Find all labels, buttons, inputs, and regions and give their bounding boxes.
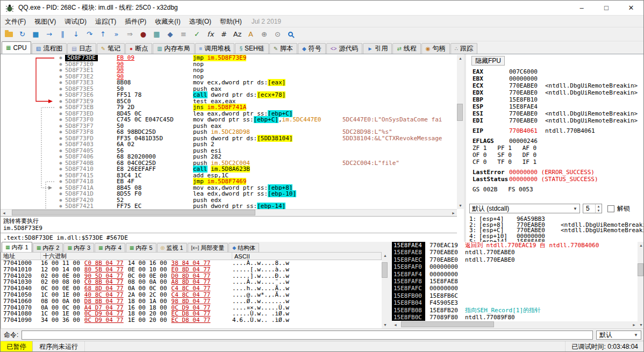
- comment-button[interactable]: ≡: [177, 28, 190, 40]
- disasm-vertical-scrollbar[interactable]: ▲ ▼: [457, 55, 464, 209]
- register-row[interactable]: EBP15E8FB10: [473, 96, 643, 103]
- maximize-button[interactable]: □: [594, 1, 619, 15]
- tab-locals[interactable]: [x=]局部变量: [188, 243, 228, 252]
- dump-header-hex[interactable]: 十六进制: [41, 253, 232, 260]
- tab-symbols[interactable]: ◆符号: [298, 43, 326, 54]
- register-row[interactable]: EBX00000000: [473, 75, 643, 82]
- tab-memory-3[interactable]: ▦内存 3: [63, 243, 94, 252]
- dump-row[interactable]: 770410501C 00 1E 0040 8C 04 772A 00 2C 0…: [1, 292, 382, 298]
- stack-vertical-scrollbar[interactable]: ▲ ▼: [638, 242, 644, 328]
- stack-row[interactable]: 15E8FAF815E8FAE8: [392, 278, 638, 285]
- register-row[interactable]: EAX007C6000: [473, 68, 643, 75]
- scroll-thumb[interactable]: [401, 321, 493, 327]
- unlock-checkbox[interactable]: [607, 205, 614, 212]
- dump-row[interactable]: 7704109034 00 36 000C D9 04 771E 00 20 0…: [1, 317, 382, 324]
- close-button[interactable]: ✕: [619, 1, 643, 15]
- tab-threads[interactable]: ⇄线程: [392, 43, 420, 54]
- tab-struct[interactable]: ◆结构体: [228, 243, 259, 252]
- menu-item[interactable]: 选项(O): [185, 16, 216, 27]
- command-syntax-select[interactable]: 默认 ▼: [596, 331, 641, 340]
- menu-item[interactable]: 帮助(H): [216, 16, 246, 27]
- skip-button[interactable]: »: [110, 28, 123, 40]
- scroll-thumb[interactable]: [12, 210, 255, 215]
- tab-breakpoints[interactable]: ●断点: [125, 43, 152, 54]
- disasm-row[interactable]: ●5D8F7421FF75 ECpush dword ptr ss:[ebp-1…: [56, 203, 457, 209]
- scroll-down-arrow-icon[interactable]: ▼: [457, 202, 464, 209]
- stack-horizontal-scrollbar[interactable]: ◄ ►: [392, 321, 638, 328]
- scroll-track[interactable]: [382, 259, 389, 321]
- scroll-down-arrow-icon[interactable]: ▼: [382, 321, 389, 328]
- az-button[interactable]: Az: [231, 28, 244, 40]
- label-button[interactable]: ✓: [190, 28, 204, 40]
- memory-map-button[interactable]: ▦: [150, 28, 163, 40]
- stack-row[interactable]: 15E8FB0C77089F80ntdll.77089F80: [392, 314, 638, 321]
- command-input[interactable]: [22, 331, 593, 340]
- tab-references[interactable]: ►引用: [363, 43, 392, 54]
- step-out-button[interactable]: ↑: [96, 28, 110, 40]
- register-row[interactable]: LastError00000000 (ERROR_SUCCESS): [473, 169, 643, 176]
- scroll-up-arrow-icon[interactable]: ▲: [638, 242, 644, 249]
- stop-button[interactable]: ■: [29, 28, 42, 40]
- scroll-up-arrow-icon[interactable]: ▲: [457, 55, 464, 62]
- stack-row[interactable]: 15E8FAE4770EAC19返回到 ntdll.770EAC19 自 ntd…: [392, 242, 638, 249]
- menu-item[interactable]: 视图(V): [30, 16, 60, 27]
- tab-script[interactable]: ✎脚本: [269, 43, 297, 54]
- step-into-button[interactable]: ↓: [69, 28, 83, 40]
- scroll-track[interactable]: [399, 321, 631, 328]
- stack-row[interactable]: 15E8FAEC770EABE0ntdll.770EABE0: [392, 256, 638, 263]
- tab-memory-4[interactable]: ▦内存 4: [95, 243, 125, 252]
- tab-memory-1[interactable]: ▦内存 1: [2, 242, 32, 252]
- tab-log[interactable]: ▤日志: [67, 43, 96, 54]
- favorites-button[interactable]: ⊙: [271, 28, 284, 40]
- disasm-horizontal-scrollbar[interactable]: ◄ ►: [1, 209, 457, 216]
- highlight-button[interactable]: A: [244, 28, 257, 40]
- tab-handles[interactable]: ◉句柄: [421, 43, 450, 54]
- register-row[interactable]: ZF 1 PF 1 AF 0: [473, 145, 643, 152]
- tab-cpu[interactable]: ▦CPU: [2, 41, 31, 54]
- argument-count-stepper[interactable]: 5 ▲▼: [583, 204, 602, 213]
- scroll-up-arrow-icon[interactable]: ▲: [382, 252, 389, 259]
- stack-row[interactable]: 15E8FB04F45905E3: [392, 299, 638, 306]
- dump-row[interactable]: 7704106008 00 0A 00D8 8B 04 7718 00 1A 0…: [1, 298, 382, 305]
- register-row[interactable]: EFLAGS00000246: [473, 138, 643, 145]
- stepper-up-icon[interactable]: ▲: [596, 204, 602, 209]
- search-button[interactable]: [284, 28, 298, 40]
- tab-source[interactable]: <>源代码: [326, 43, 363, 54]
- menu-item[interactable]: 收藏夹(I): [151, 16, 184, 27]
- stack-row[interactable]: 15E8FAFC00000000: [392, 285, 638, 292]
- scroll-left-arrow-icon[interactable]: ◄: [392, 321, 399, 328]
- tab-watch-1[interactable]: ◎监视 1: [157, 243, 187, 252]
- register-row[interactable]: EDI770EABE0<ntdll.DbgUiRemoteBreakin>: [473, 117, 643, 124]
- open-file-button[interactable]: [2, 28, 16, 40]
- dump-header-address[interactable]: 地址: [1, 253, 41, 260]
- calling-convention-select[interactable]: 默认 (stdcall) ▼: [469, 204, 580, 213]
- dump-vertical-scrollbar[interactable]: ▲ ▼: [382, 252, 389, 328]
- stack-row[interactable]: 15E8FB0015E8FB6C: [392, 292, 638, 299]
- register-row[interactable]: CF 0 TF 0 IF 1: [473, 159, 643, 166]
- dump-row[interactable]: 7704101012 00 14 0080 5B 04 770E 00 10 0…: [1, 267, 382, 273]
- step-over-button[interactable]: ↷: [83, 28, 96, 40]
- animate-button[interactable]: ⇒: [123, 28, 137, 40]
- tab-memory-2[interactable]: ▦内存 2: [33, 243, 63, 252]
- hide-fpu-button[interactable]: 隐藏FPU: [471, 56, 505, 66]
- stepper-arrows[interactable]: ▲▼: [595, 204, 602, 213]
- scroll-track[interactable]: [638, 249, 644, 321]
- stepper-down-icon[interactable]: ▼: [596, 209, 602, 213]
- restart-button[interactable]: ↻: [16, 28, 29, 40]
- register-row[interactable]: LastStatus00000000 (STATUS_SUCCESS): [473, 176, 643, 183]
- graph-button[interactable]: ◆: [163, 28, 177, 40]
- register-row[interactable]: ESP15E8FAE4: [473, 103, 643, 110]
- settings-button[interactable]: ⊕: [257, 28, 271, 40]
- scroll-track[interactable]: [8, 210, 450, 216]
- stack-row[interactable]: 15E8FB0815E8FB20指向SEH_Record[1]的指针: [392, 307, 638, 314]
- register-row[interactable]: OF 0 SF 0 DF 0: [473, 152, 643, 159]
- minimize-button[interactable]: –: [569, 1, 594, 15]
- register-row[interactable]: EIP770B4061ntdll.770B4061: [473, 127, 643, 134]
- run-button[interactable]: →: [42, 28, 56, 40]
- tab-trace[interactable]: ∴跟踪: [450, 43, 477, 54]
- tab-seh[interactable]: §SEH链: [235, 43, 268, 54]
- stack-row[interactable]: 15E8FAF000000000: [392, 263, 638, 270]
- dump-header-ascii[interactable]: ASCII: [232, 253, 381, 260]
- tab-notes[interactable]: ✎笔记: [97, 43, 125, 54]
- function-button[interactable]: fx: [204, 28, 217, 40]
